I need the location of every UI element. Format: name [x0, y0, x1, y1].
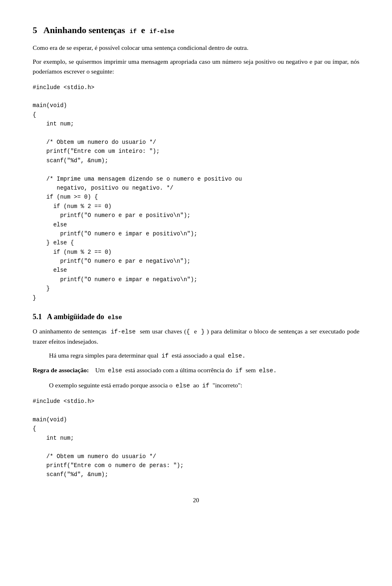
rule-text-end: sem	[245, 367, 256, 374]
subsection-para1-e: e	[194, 328, 197, 335]
subsection-para2-end: está associado a qual	[172, 352, 225, 359]
subsection-title-plain: A ambigüidade do	[47, 313, 104, 321]
subsection-para1-middle: sem usar chaves (	[140, 328, 186, 335]
rule-text-mid: está associado com a última ocorrência d…	[125, 367, 232, 374]
subsection-number: 5.1	[33, 313, 42, 321]
section-number: 5	[33, 25, 37, 35]
intro-para1: Como era de se esperar, é possível coloc…	[33, 43, 359, 53]
example-text-mid: ao	[193, 382, 199, 389]
rule-text-start: Um	[95, 367, 105, 374]
subsection-para2-start: Há uma regra simples para determinar qua…	[49, 352, 158, 359]
code-block-1: #include <stdio.h> main(void) { int num;…	[33, 83, 359, 302]
rule-code3: else.	[259, 367, 277, 374]
example-text-end: "incorreto":	[212, 382, 242, 389]
subsection-para1: O aninhamento de sentenças if-else sem u…	[33, 327, 359, 346]
subsection-title-code: else	[108, 314, 122, 321]
example-code1: else	[176, 382, 190, 389]
rule-label: Regra de associação:	[33, 367, 89, 374]
section-title-e: e	[141, 25, 145, 35]
rule-text: Regra de associação: Um else está associ…	[33, 365, 359, 375]
rule-code2: if	[235, 367, 242, 374]
subsection-para1-code1: if-else	[111, 329, 136, 335]
section-title: 5 Aninhando sentenças if e if-else	[33, 25, 359, 36]
rule-code1: else	[108, 367, 122, 374]
subsection-para1-code3: }	[201, 329, 205, 335]
subsection-para1-code2: {	[186, 329, 190, 335]
section-title-code2: if-else	[149, 28, 174, 35]
section-title-plain: Aninhando sentenças	[43, 25, 125, 35]
subsection-title: 5.1 A ambigüidade do else	[33, 312, 359, 322]
example-text-start: O exemplo seguinte está errado porque as…	[49, 382, 173, 389]
section-title-code1: if	[129, 28, 136, 35]
page-number: 20	[33, 496, 359, 505]
example-code2: if	[202, 382, 209, 389]
subsection-para1-start: O aninhamento de sentenças	[33, 328, 107, 335]
example-text: O exemplo seguinte está errado porque as…	[33, 380, 359, 390]
subsection-para2-code: if	[161, 353, 168, 359]
code-block-2: #include <stdio.h> main(void) { int num;…	[33, 397, 359, 479]
intro-para2: Por exemplo, se quisermos imprimir uma m…	[33, 57, 359, 76]
subsection-para2-code2: else.	[228, 353, 246, 359]
rule-block: Regra de associação: Um else está associ…	[33, 365, 359, 375]
subsection-para2: Há uma regra simples para determinar qua…	[33, 351, 359, 360]
